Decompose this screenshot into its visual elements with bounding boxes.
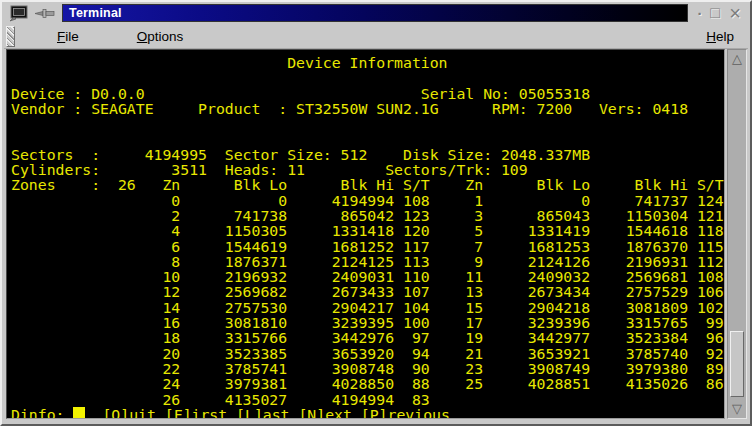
menu-options[interactable]: Options [131, 27, 190, 46]
scrollbar-thumb[interactable] [730, 331, 744, 397]
close-icon[interactable]: × [724, 2, 746, 25]
window-title: Terminal [63, 6, 122, 20]
scroll-up-icon[interactable]: △ [728, 52, 746, 66]
pin-icon[interactable] [34, 7, 56, 20]
menubar: File Options Help [4, 24, 748, 49]
titlebar-gradient[interactable]: Terminal [62, 4, 688, 22]
titlebar[interactable]: Terminal · □ × [4, 3, 748, 23]
menu-help[interactable]: Help [700, 27, 740, 46]
text-cursor [73, 407, 85, 419]
menu-grip-handle[interactable] [6, 26, 15, 47]
terminal-screen[interactable]: Device Information Device : D0.0.0 Seria… [6, 49, 725, 419]
terminal-app-icon [8, 5, 30, 22]
status-prompt: Dinfo: [11, 407, 64, 419]
status-line: Dinfo:[Q]uit [F]irst [L]ast [N]ext [P]re… [7, 407, 724, 419]
scrollbar[interactable]: △ ▽ [727, 49, 747, 419]
menu-file[interactable]: File [51, 27, 85, 46]
status-commands: [Q]uit [F]irst [L]ast [N]ext [P]revious [102, 407, 449, 419]
minimize-icon[interactable]: · [694, 5, 706, 22]
maximize-icon[interactable]: □ [706, 4, 724, 22]
terminal-window: Terminal · □ × File Options Help Device … [0, 0, 752, 426]
scroll-down-icon[interactable]: ▽ [728, 402, 746, 416]
terminal-text: Device Information Device : D0.0.0 Seria… [7, 50, 724, 407]
